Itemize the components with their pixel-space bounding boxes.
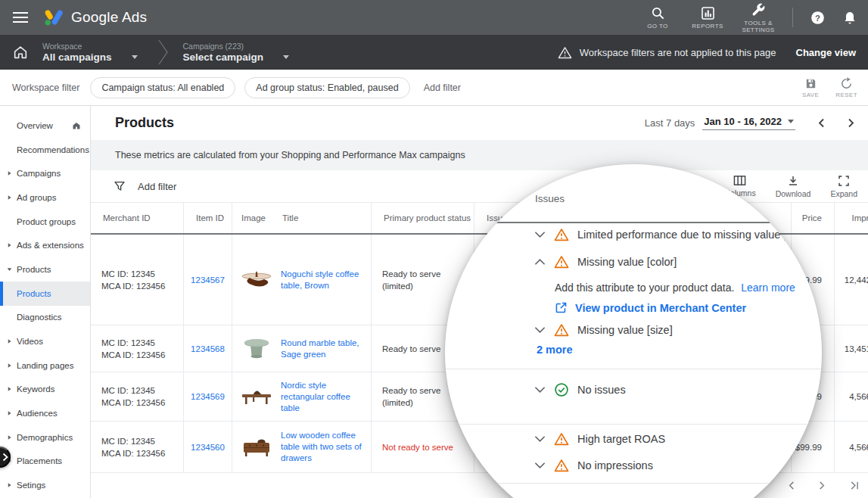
more-issues-link[interactable]: 2 more [537,344,573,356]
column-header-primary-status[interactable]: Primary product status [372,203,474,233]
chevron-down-icon[interactable] [534,462,546,469]
last-page-icon [849,481,859,490]
sidebar-item-label: Recommendations [17,145,89,154]
learn-more-link[interactable]: Learn more [741,282,795,294]
sidebar-item-label: Setings [17,481,45,490]
chevron-left-icon [787,481,795,490]
sidebar-item-demographics[interactable]: Demographics [0,425,90,450]
wrench-icon [751,2,766,17]
date-prev-button[interactable] [818,118,825,128]
metrics-info-banner: These metrics are calculated from your S… [91,140,868,170]
sidebar-item-products[interactable]: Products [0,282,90,306]
go-to-button[interactable]: GO TO [641,6,674,30]
issue-text: No impressions [577,459,653,472]
column-header-title: Title [282,213,298,223]
bar-chart-icon [701,6,715,20]
next-page-button[interactable] [818,481,826,490]
expand-arrow-icon [7,410,12,416]
reports-button[interactable]: REPORTS [691,6,724,30]
column-header-price[interactable]: Price [792,203,835,233]
date-next-button[interactable] [848,118,854,128]
campaigns-value: Select campaign [183,51,264,63]
product-title-link[interactable]: Low wooden coffee table with two sets of… [281,430,366,464]
sidebar-item-products-parent[interactable]: Products [0,257,90,282]
download-button[interactable]: Download [776,175,811,198]
prev-page-button[interactable] [787,481,795,490]
table-add-filter-button[interactable]: Add filter [114,180,176,192]
item-id-link[interactable]: 1234560 [191,441,225,453]
sidebar-item-keywords[interactable]: Keywords [0,378,90,402]
view-product-action[interactable]: View product in Merchant Center [555,301,746,314]
product-cell: Round marble table, Sage green [232,325,372,372]
chevron-down-icon [132,55,138,59]
warning-text: Workspace filters are not applied to thi… [580,47,776,58]
sidebar-item-product-groups[interactable]: Product groups [0,210,90,234]
chevron-down-icon [788,120,794,123]
product-title-link[interactable]: Noguchi style coffee table, Brown [281,269,366,291]
warning-triangle-icon [558,46,572,59]
help-button[interactable]: ? [810,10,826,26]
google-ads-app: Google Ads GO TO REPORTS TOOLS & SETTING… [0,0,868,498]
sidebar-item-videos[interactable]: Videos [0,329,90,353]
expand-button[interactable]: Expand [830,175,857,198]
column-header-item-id[interactable]: Item ID [184,203,232,233]
ad-group-status-chip[interactable]: Ad group status: Enabled, paused [244,77,409,98]
product-image-drawer-table [240,437,273,458]
table-toolbar: Add filter Columns Download Expand [91,170,868,203]
notifications-button[interactable] [842,10,857,26]
workspace-home-button[interactable] [12,44,29,61]
sidebar-item-ad-groups[interactable]: Ad groups [0,185,90,210]
sidebar-item-landing-pages[interactable]: Landing pages [0,353,90,378]
reset-button[interactable]: RESET [835,77,857,98]
chevron-up-icon[interactable] [534,258,546,266]
expand-icon [838,175,850,187]
sidebar-item-ads-extensions[interactable]: Ads & extensions [0,233,90,257]
workspace-selector[interactable]: Workspace All campaigns [42,42,138,63]
change-view-button[interactable]: Change view [796,47,856,58]
menu-icon[interactable] [8,5,33,30]
column-header-merchant-id[interactable]: Merchant ID [91,203,184,233]
sidebar-item-placements[interactable]: Placements [0,450,90,474]
column-header-image-title[interactable]: Image Title [232,203,372,233]
mca-id: MCA ID: 123456 [101,280,165,292]
reset-icon [840,77,853,90]
sidebar-item-overview[interactable]: Overview [0,114,90,138]
item-id-link[interactable]: 1234569 [191,391,225,403]
issue-detail-text: Add this attribute to your product data. [555,282,734,294]
column-header-impr[interactable]: Impr. [835,203,868,233]
sidebar-item-recommendations[interactable]: Recommendations [0,138,90,162]
save-button[interactable]: SAVE [802,77,819,98]
save-icon [804,77,817,90]
sidebar-item-audiences[interactable]: Audiences [0,401,90,425]
expand-arrow-icon [7,195,12,201]
product-title-link[interactable]: Nordic style rectangular coffee table [281,380,366,414]
chevron-down-icon[interactable] [534,386,546,394]
row-divider [445,424,822,425]
workspace-filter-warning: Workspace filters are not applied to thi… [558,46,776,59]
chevron-down-icon[interactable] [534,326,546,334]
sidebar-item-label: Demographics [17,433,73,442]
date-range-picker[interactable]: Jan 10 - 16, 2022 [702,116,795,130]
last-page-button[interactable] [849,481,859,490]
campaigns-label: Campaigns (223) [183,42,290,51]
chevron-down-icon[interactable] [534,435,546,443]
sidebar-item-campaigns[interactable]: Campaigns [0,161,90,185]
item-id-link[interactable]: 1234568 [191,343,225,355]
campaign-status-chip[interactable]: Campaign status: All enabled [90,77,235,98]
product-title-link[interactable]: Round marble table, Sage green [281,338,366,360]
item-id-link[interactable]: 1234567 [191,274,225,286]
chevron-right-icon [848,118,854,128]
campaign-selector[interactable]: Campaigns (223) Select campaign [183,42,290,63]
mc-id: MC ID: 12345 [101,337,155,349]
tools-settings-button[interactable]: TOOLS & SETTINGS [741,2,776,33]
issue-text: Missing value [color] [577,256,677,268]
sidebar-item-diagnostics[interactable]: Diagnostics [0,306,90,330]
add-filter-link[interactable]: Add filter [424,82,461,93]
warning-triangle-icon [554,255,569,269]
sidebar-item-settings[interactable]: Setings [0,473,90,497]
row-divider [445,369,822,369]
chevron-down-icon[interactable] [534,231,546,238]
date-range-value: Jan 10 - 16, 2022 [704,116,782,127]
chevron-left-icon [818,118,825,128]
expand-arrow-icon [7,482,12,488]
